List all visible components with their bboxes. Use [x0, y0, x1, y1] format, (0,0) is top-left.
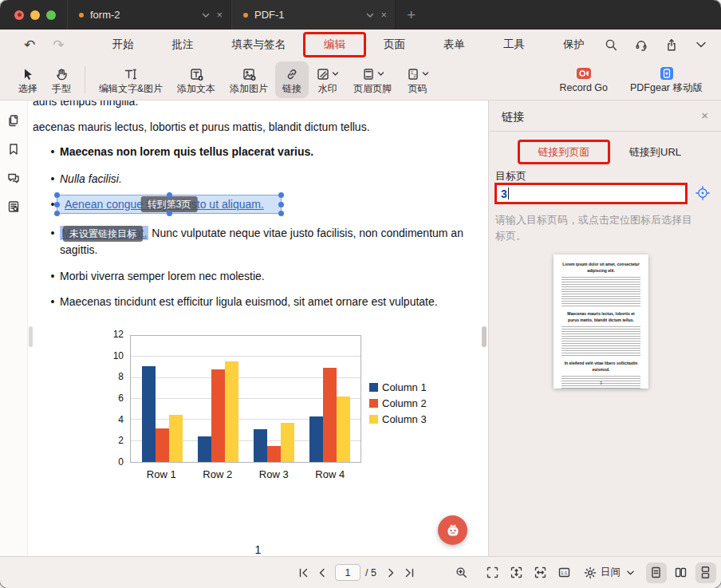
content-search-icon[interactable] — [6, 199, 21, 214]
hand-tool-button[interactable]: 手型 — [45, 61, 78, 98]
support-headset-icon[interactable] — [634, 37, 648, 52]
search-icon[interactable] — [604, 37, 618, 52]
redo-icon[interactable]: ↷ — [53, 38, 64, 52]
day-mode-label[interactable]: 日间 — [601, 566, 621, 579]
tab-link-to-url[interactable]: 链接到URL — [629, 145, 681, 160]
selection-handle[interactable] — [278, 211, 284, 216]
day-mode-chevron-icon[interactable] — [626, 570, 635, 576]
tab-form-2[interactable]: form-2 × — [67, 0, 231, 30]
edit-text-image-button[interactable]: 编辑文字&图片 — [92, 61, 170, 98]
select-tool-button[interactable]: 选择 — [11, 61, 45, 98]
comments-icon[interactable] — [6, 171, 21, 185]
ribbon-menu-bar: ↶ ↷ 开始 批注 填表与签名 编辑 页面 表单 工具 保护 — [0, 30, 721, 60]
selection-handle[interactable] — [167, 211, 172, 216]
page-thumbnails-icon[interactable] — [6, 113, 21, 128]
tab-link-to-page[interactable]: 链接到页面 — [519, 141, 609, 163]
last-page-icon[interactable] — [404, 566, 416, 579]
target-page-value: 3 — [501, 187, 507, 200]
add-text-button[interactable]: 添加文本 — [170, 61, 223, 98]
toolbar-divider — [85, 66, 85, 93]
zoom-in-icon[interactable] — [455, 566, 468, 579]
record-go-button[interactable]: Record Go — [553, 61, 615, 98]
add-image-button[interactable]: 添加图片 — [223, 61, 275, 98]
page-number-button[interactable]: 12 页码 — [399, 61, 436, 98]
header-footer-button[interactable]: 页眉页脚 — [346, 61, 399, 98]
bar-group — [246, 336, 301, 462]
tab-pdf-1[interactable]: PDF-1 × — [231, 0, 396, 30]
fit-width-icon[interactable] — [534, 566, 547, 579]
selection-handle[interactable] — [54, 192, 60, 198]
document-page[interactable]: auris tempus fringilla. aecenas mauris l… — [28, 101, 488, 556]
tab-close-icon[interactable]: × — [380, 9, 387, 21]
menu-item-home[interactable]: 开始 — [93, 34, 153, 56]
bar — [156, 428, 169, 462]
target-page-hint: 请输入目标页码，或点击定位图标后选择目标页。 — [495, 212, 699, 244]
left-sidebar — [0, 101, 28, 556]
menu-item-pages[interactable]: 页面 — [364, 34, 424, 56]
chart-legend: Column 1Column 2Column 3 — [369, 381, 427, 425]
bookmarks-icon[interactable] — [6, 142, 21, 156]
legend-item: Column 3 — [369, 413, 427, 425]
left-scroll-indicator[interactable] — [29, 326, 33, 347]
menu-item-edit[interactable]: 编辑 — [305, 34, 364, 56]
close-window-button[interactable] — [14, 10, 24, 20]
bar — [198, 436, 211, 462]
bar-chart: 024681012 Row 1Row 2Row 3Row 4 Column 1C… — [101, 329, 459, 488]
bar — [169, 415, 183, 462]
page-3-thumbnail[interactable]: Lorem ipsum dolor sit amet, consectetur … — [554, 255, 648, 389]
x-tick-label: Row 3 — [246, 468, 302, 480]
y-tick-label: 10 — [113, 350, 124, 361]
collapse-ribbon-chevron-icon[interactable] — [695, 41, 707, 49]
fit-page-icon[interactable] — [486, 566, 499, 579]
next-page-icon[interactable] — [384, 566, 397, 579]
new-tab-button[interactable]: + — [396, 0, 427, 30]
unsaved-dot-icon — [79, 13, 84, 18]
share-icon[interactable] — [664, 37, 679, 52]
first-page-icon[interactable] — [297, 566, 309, 579]
bullet-icon: • — [47, 225, 58, 241]
tab-close-icon[interactable]: × — [216, 9, 223, 21]
tab-chevron-down-icon[interactable] — [202, 9, 210, 21]
menu-item-forms[interactable]: 表单 — [424, 34, 484, 56]
y-tick-label: 8 — [118, 371, 124, 382]
previous-page-icon[interactable] — [316, 566, 329, 579]
link-tool-button[interactable]: 链接 — [275, 61, 309, 98]
single-page-view-button[interactable] — [646, 562, 667, 583]
main-area: auris tempus fringilla. aecenas mauris l… — [0, 100, 721, 556]
fit-height-icon[interactable] — [510, 566, 523, 579]
tab-chevron-down-icon[interactable] — [366, 9, 374, 21]
watermark-button[interactable]: 水印 — [309, 61, 346, 98]
undo-icon[interactable]: ↶ — [24, 38, 35, 52]
selection-handle[interactable] — [167, 192, 172, 198]
link-selection-box[interactable]: Aenean congue feugiat justo ut aliquam. … — [57, 195, 282, 214]
y-tick-label: 4 — [118, 414, 124, 425]
selection-handle[interactable] — [278, 192, 284, 198]
day-mode-sun-icon[interactable] — [584, 566, 597, 579]
assistant-mascot-button[interactable] — [438, 515, 467, 545]
add-text-icon — [189, 67, 204, 81]
mobile-app-icon — [659, 66, 675, 81]
vertical-scrollbar[interactable] — [482, 326, 487, 347]
menu-item-fill-sign[interactable]: 填表与签名 — [213, 34, 305, 56]
panel-close-icon[interactable]: × — [701, 109, 708, 122]
menu-item-tools[interactable]: 工具 — [484, 34, 544, 56]
current-page-input[interactable] — [335, 564, 360, 581]
menu-item-protect[interactable]: 保护 — [544, 34, 604, 56]
target-page-input[interactable]: 3 — [494, 183, 688, 204]
bar — [267, 446, 281, 462]
two-page-view-button[interactable] — [671, 562, 691, 583]
record-go-icon — [575, 66, 593, 81]
y-tick-label: 2 — [118, 435, 124, 446]
locate-target-icon[interactable] — [695, 185, 711, 201]
minimize-window-button[interactable] — [30, 10, 40, 20]
menu-item-annotate[interactable]: 批注 — [153, 34, 213, 56]
pdfgear-mobile-button[interactable]: PDFgear 移动版 — [623, 61, 710, 98]
selection-handle[interactable] — [278, 202, 284, 207]
unset-link-text[interactable]: Mauris id ex erat.未设置链接目标 — [60, 226, 148, 240]
zoom-window-button[interactable] — [46, 10, 56, 20]
actual-size-icon[interactable]: 1:1 — [557, 566, 571, 579]
selection-handle[interactable] — [54, 202, 60, 207]
continuous-scroll-view-button[interactable] — [695, 562, 716, 583]
bar — [211, 369, 225, 462]
selection-handle[interactable] — [54, 211, 60, 216]
